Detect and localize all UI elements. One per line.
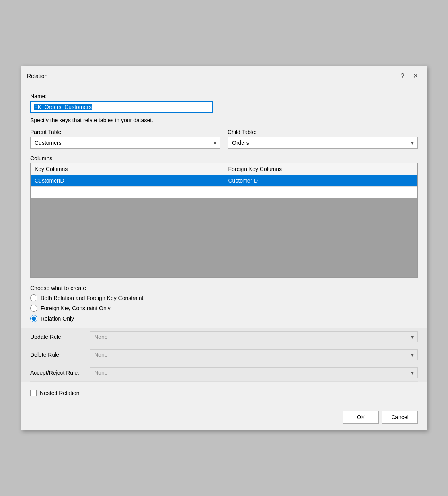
parent-table-section: Parent Table: Customers [30, 129, 220, 149]
update-rule-select-wrapper: None [90, 331, 418, 342]
table-row: Parent Table: Customers Child Table: Ord… [30, 129, 418, 149]
foreign-key-columns-header: Foreign Key Columns [224, 163, 418, 175]
update-rule-select[interactable]: None [90, 331, 418, 342]
columns-label: Columns: [30, 155, 418, 161]
key-cell: CustomerID [31, 175, 224, 186]
accept-reject-rule-select-wrapper: None [90, 367, 418, 378]
foreign-cell: CustomerID [224, 175, 418, 186]
columns-body: CustomerID CustomerID [31, 175, 417, 198]
close-button[interactable]: ✕ [410, 70, 421, 82]
radio-fk-only-input[interactable] [30, 305, 37, 312]
columns-table: Key Columns Foreign Key Columns Customer… [30, 163, 418, 198]
title-bar-right: ? ✕ [397, 70, 421, 82]
table-row[interactable] [31, 187, 417, 198]
delete-rule-label: Delete Rule: [30, 352, 90, 358]
gray-area [30, 198, 418, 278]
name-section: Name: [30, 93, 418, 113]
nested-relation-label: Nested Relation [40, 390, 80, 396]
relation-dialog: Relation ? ✕ Name: Specify the keys that… [21, 66, 427, 430]
ok-button[interactable]: OK [343, 411, 379, 424]
child-table-label: Child Table: [228, 129, 418, 135]
key-cell-empty [31, 187, 224, 198]
title-bar-left: Relation [27, 73, 47, 79]
cancel-button[interactable]: Cancel [382, 411, 418, 424]
radio-relation-only[interactable]: Relation Only [30, 315, 418, 322]
accept-reject-rule-select[interactable]: None [90, 367, 418, 378]
child-table-section: Child Table: Orders [228, 129, 418, 149]
child-table-select[interactable]: Orders [228, 137, 418, 149]
choose-section: Choose what to create Both Relation and … [30, 282, 418, 324]
accept-reject-rule-label: Accept/Reject Rule: [30, 370, 90, 376]
help-button[interactable]: ? [397, 70, 408, 82]
rules-section: Update Rule: None Delete Rule: None Acce… [21, 328, 427, 382]
child-table-select-wrapper: Orders [228, 137, 418, 149]
columns-section: Columns: Key Columns Foreign Key Columns… [30, 153, 418, 278]
nested-relation-checkbox[interactable] [30, 390, 37, 396]
parent-table-select-wrapper: Customers [30, 137, 220, 149]
table-row[interactable]: CustomerID CustomerID [31, 175, 417, 187]
dialog-title: Relation [27, 73, 47, 79]
delete-rule-row: Delete Rule: None [30, 346, 418, 364]
subtitle-text: Specify the keys that relate tables in y… [30, 117, 418, 123]
name-input[interactable] [30, 101, 213, 113]
parent-table-label: Parent Table: [30, 129, 220, 135]
update-rule-label: Update Rule: [30, 334, 90, 340]
key-columns-header: Key Columns [31, 163, 224, 175]
dialog-content: Name: Specify the keys that relate table… [21, 86, 427, 406]
columns-header: Key Columns Foreign Key Columns [31, 163, 417, 175]
update-rule-row: Update Rule: None [30, 328, 418, 346]
dialog-footer: OK Cancel [21, 406, 427, 430]
title-bar: Relation ? ✕ [21, 66, 427, 86]
radio-fk-only-label: Foreign Key Constraint Only [41, 305, 111, 311]
radio-both-label: Both Relation and Foreign Key Constraint [41, 295, 143, 301]
radio-relation-only-input[interactable] [30, 315, 37, 322]
divider-line [90, 288, 418, 288]
radio-relation-only-label: Relation Only [41, 315, 74, 322]
parent-table-select[interactable]: Customers [30, 137, 220, 149]
name-label: Name: [30, 93, 418, 99]
foreign-cell-empty [224, 187, 418, 198]
accept-reject-rule-row: Accept/Reject Rule: None [30, 364, 418, 382]
radio-group: Both Relation and Foreign Key Constraint… [30, 293, 418, 324]
radio-fk-only[interactable]: Foreign Key Constraint Only [30, 305, 418, 312]
nested-relation-row: Nested Relation [30, 386, 418, 400]
delete-rule-select-wrapper: None [90, 349, 418, 360]
divider-section: Choose what to create [30, 285, 418, 291]
choose-label: Choose what to create [30, 285, 86, 291]
radio-both-input[interactable] [30, 294, 37, 301]
radio-both[interactable]: Both Relation and Foreign Key Constraint [30, 294, 418, 301]
delete-rule-select[interactable]: None [90, 349, 418, 360]
